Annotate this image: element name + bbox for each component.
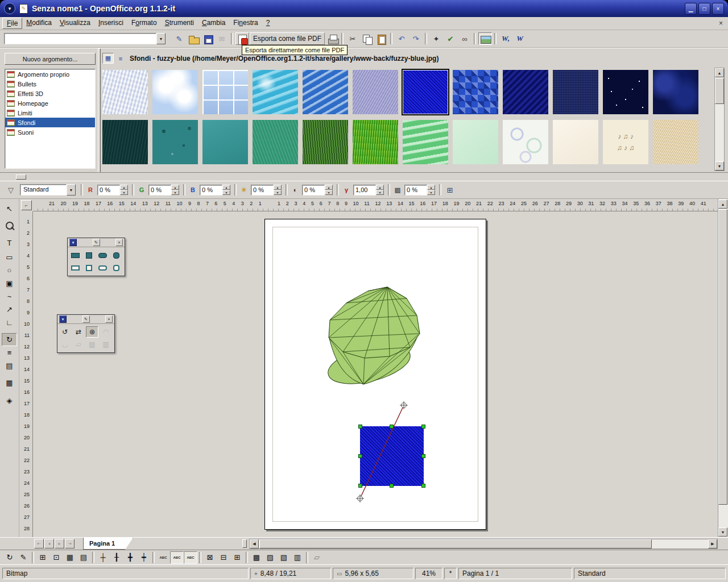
selected-bitmap-object[interactable] bbox=[360, 426, 424, 486]
3d-objects-tool[interactable]: ▣ bbox=[2, 277, 17, 290]
modify-with-attributes-icon[interactable]: ▩ bbox=[250, 551, 263, 564]
url-input[interactable] bbox=[4, 33, 156, 44]
graphics-mode-value[interactable]: Standard bbox=[20, 184, 67, 196]
menu-formato[interactable]: Formato bbox=[127, 18, 161, 29]
blue-percent-decrement[interactable]: ▼ bbox=[222, 190, 230, 195]
vertical-scrollbar-thumb[interactable] bbox=[718, 209, 727, 505]
zoom-tool[interactable] bbox=[2, 219, 17, 232]
menu-?[interactable]: ? bbox=[262, 18, 274, 29]
gallery-thumbnail-lavender[interactable] bbox=[353, 70, 398, 114]
close-toolbar-button[interactable]: × bbox=[105, 315, 113, 323]
double-click-edit-text-icon[interactable]: ABC bbox=[184, 551, 197, 564]
horizontal-scrollbar-thumb[interactable] bbox=[259, 539, 652, 548]
gallery-theme-bullets[interactable]: Bullets bbox=[5, 79, 95, 89]
hyperlink-icon[interactable]: ∞ bbox=[458, 32, 471, 45]
graphics-mode-dropdown-icon[interactable]: ▼ bbox=[67, 184, 76, 196]
alignment-tool[interactable]: ≡ bbox=[2, 346, 17, 359]
transparency-percent-value[interactable]: 0 % bbox=[404, 185, 427, 196]
gallery-icon[interactable] bbox=[478, 32, 492, 45]
gallery-thumbnail-paper-light-blue[interactable] bbox=[102, 70, 148, 114]
gallery-thumbnail-cream[interactable] bbox=[553, 120, 598, 164]
rectangle-filled-icon[interactable] bbox=[69, 250, 81, 261]
simple-handles-icon[interactable]: ⊞ bbox=[230, 551, 244, 564]
rectangles-floating-toolbar[interactable]: ▾✎× bbox=[67, 238, 125, 276]
menu-finestra[interactable]: Finestra bbox=[229, 18, 262, 29]
undo-icon[interactable]: ↶ bbox=[395, 32, 408, 45]
toolbar-menu-button[interactable]: ▾ bbox=[59, 315, 67, 323]
gallery-thumbnail-blue-water[interactable] bbox=[303, 70, 348, 114]
interaction-tool[interactable]: ◈ bbox=[2, 394, 17, 407]
gallery-thumbnail-navy-weave[interactable] bbox=[503, 70, 548, 114]
vertical-scrollbar[interactable]: ▲ ▼ bbox=[718, 199, 728, 537]
gallery-theme-sfondi[interactable]: Sfondi bbox=[5, 118, 95, 127]
helplines-icon[interactable]: ▤ bbox=[77, 551, 90, 564]
url-dropdown-icon[interactable]: ▼ bbox=[156, 33, 166, 44]
green-3d-object[interactable] bbox=[320, 281, 428, 389]
snap-to-grid-icon[interactable]: ⊡ bbox=[49, 551, 63, 564]
red-percent-value[interactable]: 0 % bbox=[97, 185, 120, 196]
gallery-thumbnail-bright-grass[interactable] bbox=[353, 120, 398, 164]
effects-tool[interactable]: ↻ bbox=[2, 333, 17, 346]
guides-to-front-icon[interactable]: ╋ bbox=[123, 551, 137, 564]
blue-percent-increment[interactable]: ▲ bbox=[222, 185, 230, 190]
status-zoom[interactable]: 41% bbox=[415, 568, 442, 579]
gallery-thumbnail-sand[interactable] bbox=[653, 120, 698, 164]
gallery-thumbnail-music-notes[interactable]: ♪ ♫ ♪ ♫ ♪ ♫ bbox=[603, 120, 648, 164]
transparency-percent-decrement[interactable]: ▼ bbox=[427, 190, 435, 195]
cut-icon[interactable]: ✂ bbox=[346, 32, 359, 45]
select-tool[interactable]: ↖ bbox=[2, 202, 17, 215]
gallery-theme-limiti[interactable]: Limiti bbox=[5, 108, 95, 118]
crop-icon[interactable]: ⊞ bbox=[443, 184, 457, 196]
panel-splitter[interactable] bbox=[0, 172, 728, 181]
ellipse-tool[interactable]: ○ bbox=[2, 264, 17, 277]
select-text-area-icon[interactable]: ABC bbox=[170, 551, 184, 564]
gallery-thumbnail-green-waves[interactable] bbox=[403, 120, 448, 164]
rotate-icon[interactable]: ↺ bbox=[59, 326, 71, 338]
selection-handle[interactable] bbox=[358, 454, 362, 458]
gamma-value-value[interactable]: 1,00 bbox=[353, 185, 376, 196]
gallery-splitter[interactable] bbox=[98, 48, 101, 173]
toolbar-menu-button[interactable]: ▾ bbox=[69, 239, 77, 246]
contour-mode-icon[interactable]: ▧ bbox=[277, 551, 291, 564]
scroll-down-icon[interactable]: ▼ bbox=[718, 527, 727, 537]
flip-icon[interactable]: ⇄ bbox=[72, 326, 85, 338]
gallery-thumbnail-teal-drops[interactable] bbox=[152, 120, 198, 164]
brightness-percent-value[interactable]: 0 % bbox=[251, 185, 274, 196]
export-pdf-icon[interactable] bbox=[235, 32, 249, 45]
gallery-theme-effetti-3d[interactable]: Effetti 3D bbox=[5, 89, 95, 98]
grid-to-front-icon[interactable]: ▦ bbox=[63, 551, 77, 564]
gallery-thumbnail-teal[interactable] bbox=[202, 120, 248, 164]
drawing-canvas[interactable]: ▾✎× ▾✎× ↺⇄⊛◠◡▱▨▥ bbox=[33, 211, 718, 537]
gallery-scrollbar-thumb[interactable] bbox=[715, 78, 724, 104]
arrange-tool[interactable]: ▤ bbox=[2, 359, 17, 372]
navigator-icon[interactable]: ✦ bbox=[429, 32, 443, 45]
selection-handle[interactable] bbox=[421, 425, 425, 429]
red-percent-decrement[interactable]: ▼ bbox=[120, 190, 128, 195]
gamma-value-increment[interactable]: ▲ bbox=[376, 185, 384, 190]
selection-handle[interactable] bbox=[390, 484, 394, 488]
gallery-thumbnail-clouds[interactable] bbox=[152, 70, 198, 114]
gallery-thumbnail-turquoise-water[interactable] bbox=[253, 70, 298, 114]
gallery-theme-argomento-proprio[interactable]: Argomento proprio bbox=[5, 69, 95, 79]
rounded-square-outline-icon[interactable] bbox=[110, 262, 122, 273]
gallery-scrollbar[interactable]: ▲ ▼ bbox=[714, 68, 725, 171]
pin-toolbar-button[interactable]: ✎ bbox=[82, 315, 90, 323]
selection-handle[interactable] bbox=[358, 425, 362, 429]
scroll-up-icon[interactable]: ▲ bbox=[715, 68, 724, 77]
menu-inserisci[interactable]: Inserisci bbox=[94, 18, 127, 29]
detail-view-toggle[interactable]: ≡ bbox=[115, 53, 126, 64]
menu-file[interactable]: File bbox=[2, 18, 22, 29]
horizontal-ruler[interactable]: 212019181716151413121110987654321 123456… bbox=[33, 199, 718, 211]
square-outline-icon[interactable] bbox=[82, 262, 95, 273]
gallery-thumbnail-dark-blue-abstract[interactable] bbox=[653, 70, 698, 114]
contrast-percent-value[interactable]: 0 % bbox=[302, 185, 325, 196]
paste-icon[interactable] bbox=[374, 32, 388, 45]
blue-percent-value[interactable]: 0 % bbox=[200, 185, 222, 196]
snap-to-guides-icon[interactable]: ╂ bbox=[110, 551, 123, 564]
scroll-down-icon[interactable]: ▼ bbox=[715, 161, 724, 171]
in-3d-rotation-icon[interactable]: ⊛ bbox=[86, 326, 98, 338]
tab-type-button[interactable]: ⌐ bbox=[21, 200, 32, 210]
guides-when-moving-icon[interactable]: ┼ bbox=[96, 551, 110, 564]
new-theme-button[interactable]: Nuovo argomento... bbox=[5, 53, 96, 65]
rectangle-outline-icon[interactable] bbox=[69, 262, 81, 273]
